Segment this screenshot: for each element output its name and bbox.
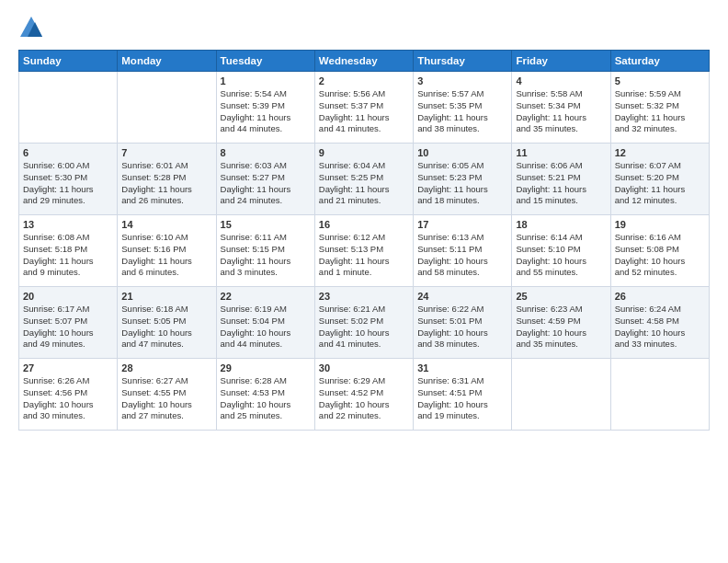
day-number: 7 [121, 147, 211, 158]
daylight-minutes-text: and 52 minutes. [615, 267, 705, 279]
daylight-minutes-text: and 6 minutes. [121, 267, 211, 279]
sunset-text: Sunset: 4:56 PM [23, 387, 113, 399]
day-number: 5 [615, 75, 705, 86]
calendar-cell: 2Sunrise: 5:56 AMSunset: 5:37 PMDaylight… [314, 72, 413, 144]
daylight-text: Daylight: 11 hours [319, 112, 409, 124]
calendar-cell: 6Sunrise: 6:00 AMSunset: 5:30 PMDaylight… [19, 144, 118, 215]
calendar-cell [19, 72, 118, 144]
day-number: 16 [319, 219, 409, 230]
daylight-minutes-text: and 1 minute. [319, 267, 409, 279]
sunset-text: Sunset: 5:02 PM [319, 316, 409, 327]
sunrise-text: Sunrise: 6:18 AM [121, 304, 211, 316]
header-day: Saturday [610, 51, 709, 72]
sunset-text: Sunset: 5:32 PM [615, 100, 705, 112]
sunrise-text: Sunrise: 6:00 AM [23, 160, 113, 172]
calendar-week-row: 13Sunrise: 6:08 AMSunset: 5:18 PMDayligh… [19, 215, 710, 287]
daylight-minutes-text: and 38 minutes. [417, 123, 507, 135]
day-number: 23 [319, 291, 409, 302]
daylight-text: Daylight: 10 hours [417, 327, 507, 339]
calendar-cell: 12Sunrise: 6:07 AMSunset: 5:20 PMDayligh… [610, 144, 709, 215]
logo [18, 15, 48, 40]
daylight-text: Daylight: 11 hours [221, 112, 311, 124]
calendar-cell [512, 359, 610, 431]
sunrise-text: Sunrise: 6:11 AM [221, 232, 311, 244]
day-number: 18 [516, 219, 606, 230]
day-number: 29 [221, 362, 311, 373]
sunrise-text: Sunrise: 6:27 AM [121, 375, 211, 387]
sunset-text: Sunset: 4:59 PM [516, 316, 606, 327]
daylight-minutes-text: and 12 minutes. [615, 195, 705, 207]
sunset-text: Sunset: 5:27 PM [221, 172, 311, 184]
header-day: Wednesday [314, 51, 413, 72]
day-number: 13 [23, 219, 113, 230]
calendar-week-row: 1Sunrise: 5:54 AMSunset: 5:39 PMDaylight… [19, 72, 710, 144]
sunset-text: Sunset: 5:21 PM [516, 172, 606, 184]
daylight-text: Daylight: 11 hours [319, 256, 409, 268]
sunset-text: Sunset: 4:51 PM [417, 387, 507, 399]
calendar-cell: 10Sunrise: 6:05 AMSunset: 5:23 PMDayligh… [414, 144, 512, 215]
day-number: 17 [417, 219, 507, 230]
calendar-cell: 5Sunrise: 5:59 AMSunset: 5:32 PMDaylight… [610, 72, 709, 144]
daylight-text: Daylight: 10 hours [319, 327, 409, 339]
sunrise-text: Sunrise: 6:19 AM [221, 304, 311, 316]
daylight-minutes-text: and 33 minutes. [615, 339, 705, 350]
calendar-cell: 1Sunrise: 5:54 AMSunset: 5:39 PMDaylight… [216, 72, 314, 144]
sunrise-text: Sunrise: 6:04 AM [319, 160, 409, 172]
calendar-week-row: 6Sunrise: 6:00 AMSunset: 5:30 PMDaylight… [19, 144, 710, 215]
day-number: 30 [319, 362, 409, 373]
sunrise-text: Sunrise: 6:22 AM [417, 304, 507, 316]
day-number: 15 [221, 219, 311, 230]
calendar-cell: 3Sunrise: 5:57 AMSunset: 5:35 PMDaylight… [414, 72, 512, 144]
sunrise-text: Sunrise: 6:31 AM [417, 375, 507, 387]
sunset-text: Sunset: 5:34 PM [516, 100, 606, 112]
calendar-cell: 9Sunrise: 6:04 AMSunset: 5:25 PMDaylight… [314, 144, 413, 215]
calendar-table: SundayMondayTuesdayWednesdayThursdayFrid… [18, 50, 710, 431]
sunset-text: Sunset: 5:20 PM [615, 172, 705, 184]
sunset-text: Sunset: 4:58 PM [615, 316, 705, 327]
calendar-week-row: 27Sunrise: 6:26 AMSunset: 4:56 PMDayligh… [19, 359, 710, 431]
calendar-cell: 24Sunrise: 6:22 AMSunset: 5:01 PMDayligh… [414, 287, 512, 359]
calendar-cell: 15Sunrise: 6:11 AMSunset: 5:15 PMDayligh… [216, 215, 314, 287]
sunrise-text: Sunrise: 6:16 AM [615, 232, 705, 244]
daylight-text: Daylight: 10 hours [23, 399, 113, 411]
calendar-week-row: 20Sunrise: 6:17 AMSunset: 5:07 PMDayligh… [19, 287, 710, 359]
day-number: 1 [221, 75, 311, 86]
calendar-cell: 23Sunrise: 6:21 AMSunset: 5:02 PMDayligh… [314, 287, 413, 359]
daylight-minutes-text: and 30 minutes. [23, 410, 113, 422]
calendar-cell: 8Sunrise: 6:03 AMSunset: 5:27 PMDaylight… [216, 144, 314, 215]
daylight-minutes-text: and 35 minutes. [516, 339, 606, 350]
daylight-text: Daylight: 11 hours [23, 184, 113, 196]
sunrise-text: Sunrise: 6:23 AM [516, 304, 606, 316]
calendar-cell: 11Sunrise: 6:06 AMSunset: 5:21 PMDayligh… [512, 144, 610, 215]
daylight-text: Daylight: 10 hours [417, 256, 507, 268]
calendar-cell [118, 72, 216, 144]
sunset-text: Sunset: 5:37 PM [319, 100, 409, 112]
sunset-text: Sunset: 5:39 PM [221, 100, 311, 112]
daylight-text: Daylight: 10 hours [615, 256, 705, 268]
day-number: 20 [23, 291, 113, 302]
calendar-cell: 31Sunrise: 6:31 AMSunset: 4:51 PMDayligh… [414, 359, 512, 431]
daylight-text: Daylight: 11 hours [221, 184, 311, 196]
daylight-minutes-text: and 27 minutes. [121, 410, 211, 422]
sunset-text: Sunset: 5:05 PM [121, 316, 211, 327]
daylight-minutes-text: and 9 minutes. [23, 267, 113, 279]
daylight-minutes-text: and 47 minutes. [121, 339, 211, 350]
daylight-text: Daylight: 10 hours [121, 327, 211, 339]
sunrise-text: Sunrise: 6:01 AM [121, 160, 211, 172]
daylight-text: Daylight: 10 hours [121, 399, 211, 411]
calendar-cell: 20Sunrise: 6:17 AMSunset: 5:07 PMDayligh… [19, 287, 118, 359]
daylight-text: Daylight: 11 hours [615, 184, 705, 196]
calendar-cell: 17Sunrise: 6:13 AMSunset: 5:11 PMDayligh… [414, 215, 512, 287]
daylight-text: Daylight: 11 hours [23, 256, 113, 268]
sunrise-text: Sunrise: 6:26 AM [23, 375, 113, 387]
sunset-text: Sunset: 5:15 PM [221, 244, 311, 256]
sunrise-text: Sunrise: 6:10 AM [121, 232, 211, 244]
daylight-minutes-text: and 22 minutes. [319, 410, 409, 422]
calendar-cell: 29Sunrise: 6:28 AMSunset: 4:53 PMDayligh… [216, 359, 314, 431]
sunrise-text: Sunrise: 5:54 AM [221, 88, 311, 100]
day-number: 27 [23, 362, 113, 373]
calendar-cell: 30Sunrise: 6:29 AMSunset: 4:52 PMDayligh… [314, 359, 413, 431]
daylight-text: Daylight: 11 hours [516, 112, 606, 124]
sunset-text: Sunset: 5:23 PM [417, 172, 507, 184]
day-number: 14 [121, 219, 211, 230]
